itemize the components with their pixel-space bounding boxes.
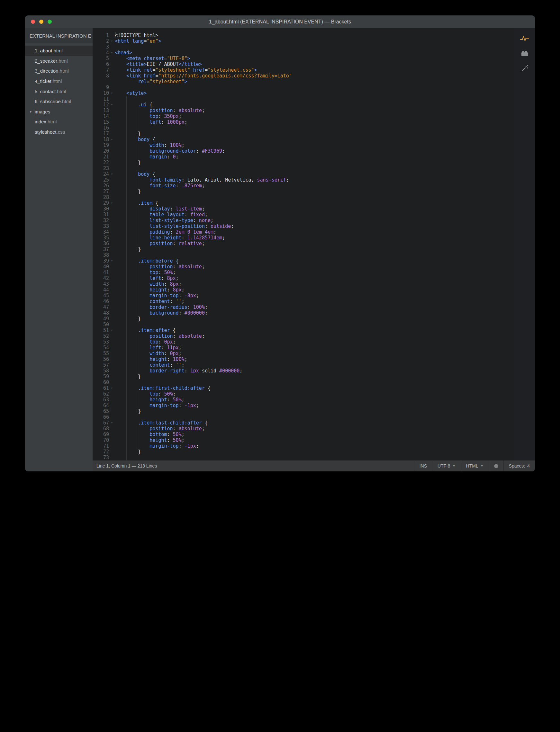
fold-arrow-icon[interactable]: ▾ (109, 258, 115, 264)
minimize-button[interactable] (39, 20, 43, 24)
code-line[interactable]: 24▾body { (93, 171, 514, 177)
code-line[interactable]: 53top: 0px; (93, 339, 514, 345)
code-line[interactable]: 12▾.ui { (93, 102, 514, 108)
code-line[interactable]: 16 (93, 125, 514, 131)
code-line[interactable]: 62top: 50%; (93, 391, 514, 397)
code-line[interactable]: 29▾.item { (93, 200, 514, 206)
code-line[interactable]: 25font-family: Lato, Arial, Helvetica, s… (93, 177, 514, 183)
code-line[interactable]: 11 (93, 96, 514, 102)
code-line[interactable]: 56height: 100%; (93, 357, 514, 362)
code-line[interactable]: 50 (93, 322, 514, 328)
fold-arrow-icon[interactable]: ▾ (109, 385, 115, 391)
file-item-1_about[interactable]: 1_about.html (25, 46, 93, 56)
language-selector[interactable]: HTML ▼ (461, 460, 489, 471)
code-line[interactable]: 32list-style-type: none; (93, 218, 514, 223)
code-line[interactable]: 31table-layout: fixed; (93, 212, 514, 218)
fold-arrow-icon[interactable]: ▾ (109, 90, 115, 96)
file-item-6_subscribe[interactable]: 6_subscribe.html (25, 96, 93, 107)
code-line[interactable]: 63height: 50%; (93, 397, 514, 402)
code-line[interactable]: 45margin-top: -8px; (93, 293, 514, 299)
file-item-3_direction[interactable]: 3_direction.html (25, 66, 93, 76)
code-line[interactable]: 69bottom: 50%; (93, 431, 514, 437)
file-item-index[interactable]: index.html (25, 117, 93, 127)
code-line[interactable]: 8<link href="https://fonts.googleapis.co… (93, 73, 514, 79)
code-line[interactable]: 66 (93, 414, 514, 420)
code-line[interactable]: 27} (93, 189, 514, 194)
project-dropdown[interactable]: EXTERNAL INSPIRATION E (25, 28, 93, 43)
code-line[interactable]: 30display: list-item; (93, 206, 514, 212)
code-line[interactable]: 23 (93, 166, 514, 171)
code-line[interactable]: 37} (93, 247, 514, 252)
code-line[interactable]: 64margin-top: -1px; (93, 402, 514, 408)
code-line[interactable]: 9 (93, 85, 514, 90)
code-line[interactable]: 21margin: 0; (93, 154, 514, 160)
live-preview-button[interactable] (520, 35, 529, 42)
lint-status[interactable] (489, 460, 503, 471)
code-line[interactable]: 22} (93, 160, 514, 166)
file-item-2_speaker[interactable]: 2_speaker.html (25, 56, 93, 66)
file-item-4_ticket[interactable]: 4_ticket.html (25, 76, 93, 86)
title-bar[interactable]: 1_about.html (EXTERNAL INSPIRATION EVENT… (25, 15, 535, 28)
code-line[interactable]: 52position: absolute; (93, 333, 514, 339)
code-line[interactable]: 59} (93, 374, 514, 379)
code-line[interactable]: 38 (93, 252, 514, 258)
code-line[interactable]: 57content: ''; (93, 362, 514, 368)
code-line[interactable]: 43width: 8px; (93, 281, 514, 287)
code-line[interactable]: 71margin-top: -1px; (93, 443, 514, 449)
code-line[interactable]: 70height: 50%; (93, 437, 514, 443)
code-line[interactable]: 68position: absolute; (93, 426, 514, 431)
code-line[interactable]: 49} (93, 316, 514, 322)
zoom-button[interactable] (48, 20, 52, 24)
fold-arrow-icon[interactable]: ▾ (109, 102, 115, 108)
code-line[interactable]: rel="stylesheet"> (93, 79, 514, 85)
code-line[interactable]: 7<link rel="stylesheet" href="stylesheet… (93, 67, 514, 73)
insert-mode-toggle[interactable]: INS (414, 460, 432, 471)
code-line[interactable]: 36position: relative; (93, 241, 514, 247)
code-line[interactable]: 10▾<style> (93, 90, 514, 96)
fold-arrow-icon[interactable]: ▾ (109, 38, 115, 44)
code-line[interactable]: 13position: absolute; (93, 108, 514, 113)
extension-manager-button[interactable] (520, 50, 529, 57)
code-line[interactable]: 26font-size: .875rem; (93, 183, 514, 189)
code-editor[interactable]: 1<!DOCTYPE html>2▾<html lang="en">34▾<he… (93, 28, 514, 460)
code-line[interactable]: 33list-style-position: outside; (93, 223, 514, 229)
code-line[interactable]: 18▾body { (93, 137, 514, 142)
code-line[interactable]: 72} (93, 449, 514, 455)
code-line[interactable]: 44height: 8px; (93, 287, 514, 293)
fold-arrow-icon[interactable]: ▾ (109, 420, 115, 426)
code-line[interactable]: 41top: 50%; (93, 270, 514, 276)
code-line[interactable]: 19width: 100%; (93, 142, 514, 148)
code-line[interactable]: 6<title>EIE / ABOUT</title> (93, 61, 514, 67)
code-line[interactable]: 17} (93, 131, 514, 137)
code-line[interactable]: 47border-radius: 100%; (93, 304, 514, 310)
code-line[interactable]: 3 (93, 44, 514, 50)
code-line[interactable]: 34padding: 2em 0 1em 4em; (93, 229, 514, 235)
code-line[interactable]: 46content: ''; (93, 299, 514, 304)
code-line[interactable]: 35line-height: 1.14285714em; (93, 235, 514, 241)
code-line[interactable]: 67▾.item:last-child:after { (93, 420, 514, 426)
code-line[interactable]: 58border-right: 1px solid #000000; (93, 368, 514, 374)
code-line[interactable]: 51▾.item:after { (93, 328, 514, 333)
close-button[interactable] (31, 20, 35, 24)
fold-arrow-icon[interactable]: ▾ (109, 200, 115, 206)
fold-arrow-icon[interactable]: ▾ (109, 171, 115, 177)
fold-arrow-icon[interactable]: ▾ (109, 50, 115, 56)
code-line[interactable]: 14top: 350px; (93, 113, 514, 119)
code-line[interactable]: 39▾.item:before { (93, 258, 514, 264)
code-line[interactable]: 4▾<head> (93, 50, 514, 56)
code-line[interactable]: 61▾.item:first-child:after { (93, 385, 514, 391)
file-item-5_contact[interactable]: 5_contact.html (25, 86, 93, 96)
fold-arrow-icon[interactable]: ▾ (109, 137, 115, 142)
code-line[interactable]: 15left: 1000px; (93, 119, 514, 125)
code-line[interactable]: 73 (93, 455, 514, 460)
indent-setting[interactable]: Spaces: 4 (503, 460, 535, 471)
folder-item-images[interactable]: ▸images (25, 107, 93, 117)
beautify-button[interactable] (520, 64, 529, 72)
encoding-selector[interactable]: UTF-8 ▼ (432, 460, 461, 471)
code-line[interactable]: 20background-color: #F3C969; (93, 148, 514, 154)
code-line[interactable]: 55width: 0px; (93, 351, 514, 357)
code-line[interactable]: 40position: absolute; (93, 264, 514, 270)
file-item-stylesheet[interactable]: stylesheet.css (25, 127, 93, 137)
indent-value[interactable]: 4 (527, 463, 530, 468)
code-line[interactable]: 1<!DOCTYPE html> (93, 32, 514, 38)
